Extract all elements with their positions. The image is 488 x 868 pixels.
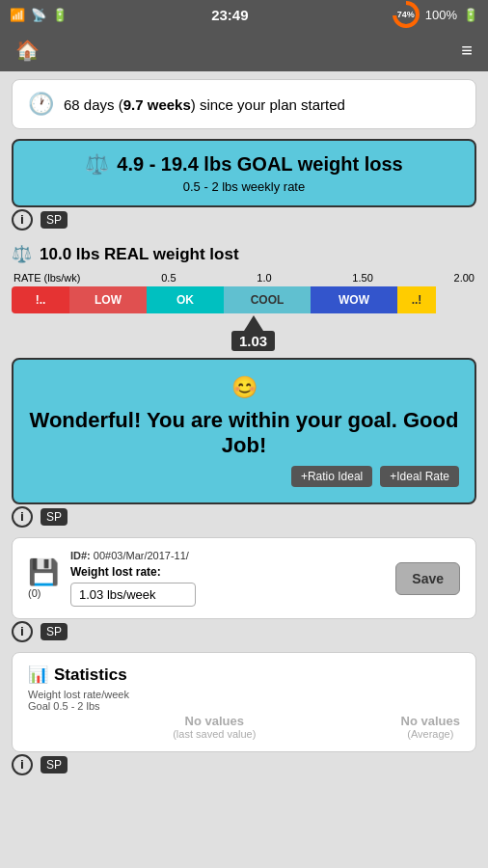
days-since-card: 🕐 68 days (9.7 weeks) since your plan st… xyxy=(12,79,476,129)
wonderful-info-button[interactable]: i xyxy=(12,506,33,528)
clock-icon: 🕐 xyxy=(28,92,54,117)
wonderful-message: Wonderful! You are within your goal. Goo… xyxy=(29,408,459,458)
arrow-container: 1.03 xyxy=(12,315,476,344)
wifi-icon: 📶 xyxy=(10,8,25,22)
status-icons: 📶 📡 🔋 xyxy=(10,8,68,22)
battery-ring: 74% xyxy=(393,1,420,28)
save-info-button[interactable]: i xyxy=(12,621,33,642)
wonderful-card: 😊 Wonderful! You are within your goal. G… xyxy=(12,358,476,504)
nav-bar: 🏠 ≡ xyxy=(0,29,488,71)
save-section: 💾 (0) ID#: 00#03/Mar/2017-11/ Weight los… xyxy=(12,537,476,642)
wonderful-sp-button[interactable]: SP xyxy=(41,508,68,526)
battery-full-label: 100% xyxy=(425,8,457,22)
stats-title: 📊 Statistics xyxy=(28,665,460,685)
arrow-triangle xyxy=(244,315,263,331)
status-time: 23:49 xyxy=(211,7,248,23)
seg-wow: WOW xyxy=(311,286,397,313)
rate-val-05: 0.5 xyxy=(161,272,176,284)
battery-icon: 🔋 xyxy=(463,8,478,22)
goal-subtitle: 0.5 - 2 lbs weekly rate xyxy=(29,179,459,194)
status-right-icons: 74% 100% 🔋 xyxy=(393,1,478,28)
save-icon-num: (0) xyxy=(28,587,59,599)
stats-info-button[interactable]: i xyxy=(12,754,33,775)
save-button[interactable]: Save xyxy=(395,562,460,595)
signal-icon: 📡 xyxy=(31,8,46,22)
stats-section: 📊 Statistics Weight lost rate/week Goal … xyxy=(12,652,476,775)
save-id-value: 00#03/Mar/2017-11/ xyxy=(94,550,189,561)
stats-card: 📊 Statistics Weight lost rate/week Goal … xyxy=(12,652,476,752)
rate-val-10: 1.0 xyxy=(257,272,271,284)
wonderful-footer: +Ratio Ideal +Ideal Rate xyxy=(29,466,459,487)
seg-low: LOW xyxy=(69,286,147,313)
real-weight-title: ⚖️ 10.0 lbs REAL weight lost xyxy=(12,244,476,264)
ratio-ideal-button[interactable]: +Ratio Ideal xyxy=(291,466,372,487)
rate-labels: RATE (lbs/wk) 0.5 1.0 1.50 2.00 xyxy=(12,272,476,284)
stats-no-values-2: No values (Average) xyxy=(401,714,460,740)
goal-range: 4.9 - 19.4 lbs GOAL weight loss xyxy=(117,153,402,176)
scale2-icon: ⚖️ xyxy=(12,244,32,264)
save-rate-label: Weight lost rate: xyxy=(70,565,384,579)
seg-cool: COOL xyxy=(224,286,311,313)
arrow-indicator: 1.03 xyxy=(231,315,275,351)
stats-no-values-1: No values (last saved value) xyxy=(173,714,256,740)
seg-extra: ..! xyxy=(397,286,436,313)
main-content: 🕐 68 days (9.7 weeks) since your plan st… xyxy=(0,71,488,783)
wonderful-text: 😊 Wonderful! You are within your goal. G… xyxy=(29,375,459,458)
real-weight-section: ⚖️ 10.0 lbs REAL weight lost RATE (lbs/w… xyxy=(12,244,476,348)
save-fields: ID#: 00#03/Mar/2017-11/ Weight lost rate… xyxy=(70,550,384,607)
goal-info-button[interactable]: i xyxy=(12,209,33,231)
rate-val-200: 2.00 xyxy=(454,272,474,284)
save-id-block: 💾 (0) xyxy=(28,557,59,599)
save-rate-input[interactable] xyxy=(70,583,196,607)
stats-subtitle2: Goal 0.5 - 2 lbs xyxy=(28,700,460,712)
rate-bar-container: RATE (lbs/wk) 0.5 1.0 1.50 2.00 !.. LOW … xyxy=(12,272,476,344)
wonderful-emoji: 😊 xyxy=(231,375,258,400)
stats-info-row: i SP xyxy=(12,754,476,775)
status-bar: 📶 📡 🔋 23:49 74% 100% 🔋 xyxy=(0,0,488,29)
battery-percent: 74% xyxy=(396,5,416,24)
seg-ok: OK xyxy=(147,286,224,313)
chart-icon: 📊 xyxy=(28,665,48,685)
stats-values: No values (last saved value) No values (… xyxy=(28,714,460,740)
save-id-label: ID#: 00#03/Mar/2017-11/ xyxy=(70,550,384,561)
days-since-text: 68 days (9.7 weeks) since your plan star… xyxy=(64,96,345,113)
goal-info-row: i SP xyxy=(12,209,476,231)
save-sp-button[interactable]: SP xyxy=(41,623,68,640)
goal-title: ⚖️ 4.9 - 19.4 lbs GOAL weight loss xyxy=(29,152,459,176)
stats-sp-button[interactable]: SP xyxy=(41,756,68,773)
goal-card-inner: ⚖️ 4.9 - 19.4 lbs GOAL weight loss 0.5 -… xyxy=(12,139,476,207)
save-info-row: i SP xyxy=(12,621,476,642)
battery-status-icon: 🔋 xyxy=(52,8,68,22)
ideal-rate-button[interactable]: +Ideal Rate xyxy=(380,466,459,487)
save-card: 💾 (0) ID#: 00#03/Mar/2017-11/ Weight los… xyxy=(12,537,476,619)
goal-card: ⚖️ 4.9 - 19.4 lbs GOAL weight loss 0.5 -… xyxy=(12,139,476,231)
save-card-inner: 💾 (0) ID#: 00#03/Mar/2017-11/ Weight los… xyxy=(28,550,460,607)
wonderful-info-row: i SP xyxy=(12,506,476,528)
floppy-icon: 💾 xyxy=(28,557,59,587)
goal-sp-button[interactable]: SP xyxy=(41,211,68,229)
seg-extra-low: !.. xyxy=(12,286,69,313)
rate-bars: !.. LOW OK COOL WOW ..! xyxy=(12,286,476,313)
weeks-value: 9.7 weeks xyxy=(123,96,191,113)
scale-icon: ⚖️ xyxy=(85,152,109,176)
rate-val-150: 1.50 xyxy=(352,272,372,284)
stats-subtitle1: Weight lost rate/week xyxy=(28,689,460,700)
wonderful-section: 😊 Wonderful! You are within your goal. G… xyxy=(12,358,476,528)
menu-icon[interactable]: ≡ xyxy=(461,40,473,62)
arrow-value: 1.03 xyxy=(231,331,275,351)
real-weight-value: 10.0 lbs REAL weight lost xyxy=(40,245,239,264)
home-icon[interactable]: 🏠 xyxy=(15,39,40,62)
rate-label: RATE (lbs/wk) xyxy=(14,272,80,284)
